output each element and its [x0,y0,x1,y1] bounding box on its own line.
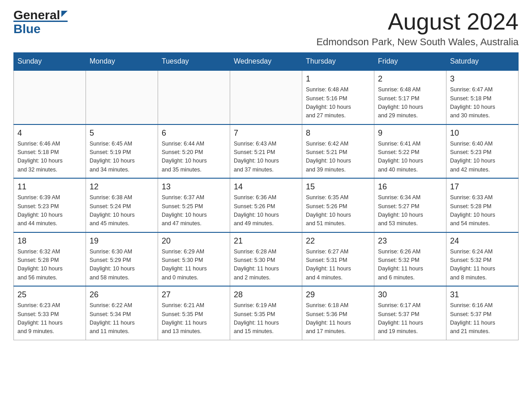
calendar-day-header: Thursday [302,53,374,71]
day-number: 20 [162,236,226,246]
calendar-day-cell: 24Sunrise: 6:24 AMSunset: 5:32 PMDayligh… [446,232,519,287]
header: General Blue August 2024 Edmondson Park,… [13,9,519,48]
calendar-day-cell: 1Sunrise: 6:48 AMSunset: 5:16 PMDaylight… [302,70,374,124]
day-info: Sunrise: 6:18 AMSunset: 5:36 PMDaylight:… [306,301,370,336]
day-number: 28 [234,290,298,300]
day-number: 2 [378,74,442,84]
calendar-day-cell: 9Sunrise: 6:41 AMSunset: 5:22 PMDaylight… [374,124,446,179]
calendar-day-cell: 15Sunrise: 6:35 AMSunset: 5:26 PMDayligh… [302,178,374,232]
calendar-week-row: 11Sunrise: 6:39 AMSunset: 5:23 PMDayligh… [14,178,519,232]
day-info: Sunrise: 6:24 AMSunset: 5:32 PMDaylight:… [450,248,515,283]
calendar-day-cell: 23Sunrise: 6:26 AMSunset: 5:32 PMDayligh… [374,232,446,287]
day-number: 17 [450,182,515,192]
day-number: 19 [90,236,154,246]
day-info: Sunrise: 6:30 AMSunset: 5:29 PMDaylight:… [90,248,154,283]
day-info: Sunrise: 6:43 AMSunset: 5:21 PMDaylight:… [234,140,298,175]
day-info: Sunrise: 6:39 AMSunset: 5:23 PMDaylight:… [17,193,82,228]
calendar-day-cell: 19Sunrise: 6:30 AMSunset: 5:29 PMDayligh… [86,232,158,287]
day-info: Sunrise: 6:33 AMSunset: 5:28 PMDaylight:… [450,193,515,228]
day-number: 25 [17,290,82,300]
day-info: Sunrise: 6:16 AMSunset: 5:37 PMDaylight:… [450,301,515,336]
logo: General Blue [13,9,68,35]
calendar-day-cell [158,70,230,124]
day-info: Sunrise: 6:21 AMSunset: 5:35 PMDaylight:… [162,301,226,336]
day-number: 21 [234,236,298,246]
day-info: Sunrise: 6:27 AMSunset: 5:31 PMDaylight:… [306,248,370,283]
day-number: 26 [90,290,154,300]
logo-arrow-icon [61,11,68,17]
day-number: 16 [378,182,442,192]
day-number: 10 [450,128,515,138]
day-info: Sunrise: 6:45 AMSunset: 5:19 PMDaylight:… [90,140,154,175]
calendar-table: SundayMondayTuesdayWednesdayThursdayFrid… [13,52,519,340]
day-number: 4 [17,128,82,138]
day-info: Sunrise: 6:19 AMSunset: 5:35 PMDaylight:… [234,301,298,336]
calendar-day-cell: 25Sunrise: 6:23 AMSunset: 5:33 PMDayligh… [14,286,86,340]
calendar-day-cell: 2Sunrise: 6:48 AMSunset: 5:17 PMDaylight… [374,70,446,124]
calendar-day-cell: 16Sunrise: 6:34 AMSunset: 5:27 PMDayligh… [374,178,446,232]
day-number: 22 [306,236,370,246]
day-number: 3 [450,74,515,84]
day-number: 29 [306,290,370,300]
day-info: Sunrise: 6:41 AMSunset: 5:22 PMDaylight:… [378,140,442,175]
calendar-day-header: Wednesday [230,53,302,71]
day-number: 30 [378,290,442,300]
calendar-day-cell: 13Sunrise: 6:37 AMSunset: 5:25 PMDayligh… [158,178,230,232]
calendar-day-cell: 5Sunrise: 6:45 AMSunset: 5:19 PMDaylight… [86,124,158,179]
calendar-day-cell: 22Sunrise: 6:27 AMSunset: 5:31 PMDayligh… [302,232,374,287]
day-number: 11 [17,182,82,192]
calendar-week-row: 25Sunrise: 6:23 AMSunset: 5:33 PMDayligh… [14,286,519,340]
day-number: 15 [306,182,370,192]
day-number: 6 [162,128,226,138]
calendar-day-cell: 14Sunrise: 6:36 AMSunset: 5:26 PMDayligh… [230,178,302,232]
calendar-day-header: Sunday [14,53,86,71]
day-info: Sunrise: 6:29 AMSunset: 5:30 PMDaylight:… [162,248,226,283]
day-info: Sunrise: 6:44 AMSunset: 5:20 PMDaylight:… [162,140,226,175]
calendar-day-cell [230,70,302,124]
calendar-day-header: Saturday [446,53,519,71]
day-info: Sunrise: 6:22 AMSunset: 5:34 PMDaylight:… [90,301,154,336]
calendar-header-row: SundayMondayTuesdayWednesdayThursdayFrid… [14,53,519,71]
title-area: August 2024 Edmondson Park, New South Wa… [316,9,519,48]
day-info: Sunrise: 6:37 AMSunset: 5:25 PMDaylight:… [162,193,226,228]
day-info: Sunrise: 6:35 AMSunset: 5:26 PMDaylight:… [306,193,370,228]
calendar-day-cell: 6Sunrise: 6:44 AMSunset: 5:20 PMDaylight… [158,124,230,179]
calendar-day-cell: 7Sunrise: 6:43 AMSunset: 5:21 PMDaylight… [230,124,302,179]
day-info: Sunrise: 6:23 AMSunset: 5:33 PMDaylight:… [17,301,82,336]
calendar-day-cell [14,70,86,124]
calendar-day-cell: 4Sunrise: 6:46 AMSunset: 5:18 PMDaylight… [14,124,86,179]
day-number: 18 [17,236,82,246]
calendar-day-cell: 26Sunrise: 6:22 AMSunset: 5:34 PMDayligh… [86,286,158,340]
day-number: 7 [234,128,298,138]
month-title: August 2024 [316,9,519,34]
day-info: Sunrise: 6:48 AMSunset: 5:17 PMDaylight:… [378,86,442,120]
day-info: Sunrise: 6:42 AMSunset: 5:21 PMDaylight:… [306,140,370,175]
day-info: Sunrise: 6:32 AMSunset: 5:28 PMDaylight:… [17,248,82,283]
calendar-day-cell: 11Sunrise: 6:39 AMSunset: 5:23 PMDayligh… [14,178,86,232]
day-info: Sunrise: 6:28 AMSunset: 5:30 PMDaylight:… [234,248,298,283]
day-number: 14 [234,182,298,192]
calendar-day-header: Tuesday [158,53,230,71]
day-number: 24 [450,236,515,246]
day-info: Sunrise: 6:26 AMSunset: 5:32 PMDaylight:… [378,248,442,283]
day-number: 9 [378,128,442,138]
day-info: Sunrise: 6:47 AMSunset: 5:18 PMDaylight:… [450,86,515,120]
calendar-day-cell: 3Sunrise: 6:47 AMSunset: 5:18 PMDaylight… [446,70,519,124]
day-number: 23 [378,236,442,246]
day-number: 27 [162,290,226,300]
calendar-week-row: 18Sunrise: 6:32 AMSunset: 5:28 PMDayligh… [14,232,519,287]
calendar-day-cell [86,70,158,124]
calendar-week-row: 4Sunrise: 6:46 AMSunset: 5:18 PMDaylight… [14,124,519,179]
calendar-day-cell: 21Sunrise: 6:28 AMSunset: 5:30 PMDayligh… [230,232,302,287]
logo-blue-text: Blue [13,22,41,36]
calendar-day-header: Monday [86,53,158,71]
calendar-day-cell: 28Sunrise: 6:19 AMSunset: 5:35 PMDayligh… [230,286,302,340]
day-number: 1 [306,74,370,84]
calendar-day-header: Friday [374,53,446,71]
calendar-day-cell: 30Sunrise: 6:17 AMSunset: 5:37 PMDayligh… [374,286,446,340]
calendar-day-cell: 17Sunrise: 6:33 AMSunset: 5:28 PMDayligh… [446,178,519,232]
day-info: Sunrise: 6:46 AMSunset: 5:18 PMDaylight:… [17,140,82,175]
calendar-day-cell: 8Sunrise: 6:42 AMSunset: 5:21 PMDaylight… [302,124,374,179]
day-number: 12 [90,182,154,192]
day-info: Sunrise: 6:38 AMSunset: 5:24 PMDaylight:… [90,193,154,228]
